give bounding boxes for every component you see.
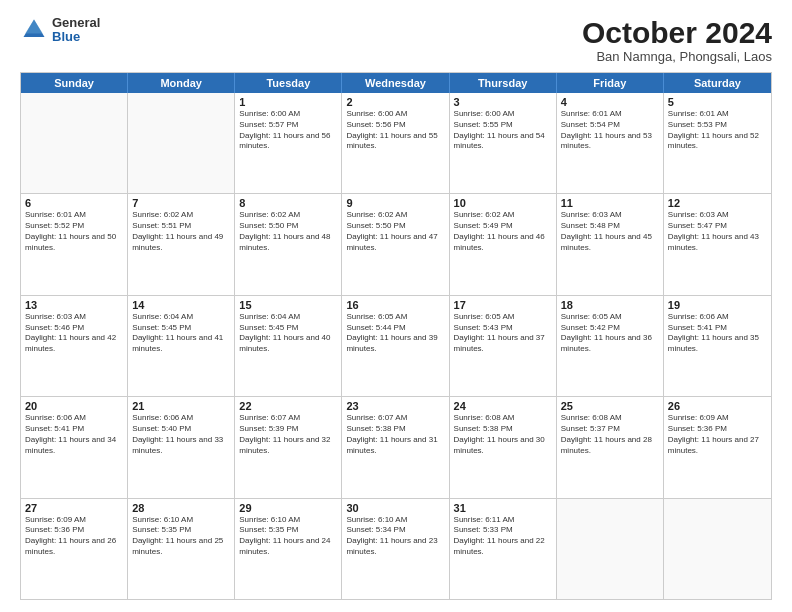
- calendar-body: 1Sunrise: 6:00 AM Sunset: 5:57 PM Daylig…: [21, 93, 771, 599]
- cal-cell: 8Sunrise: 6:02 AM Sunset: 5:50 PM Daylig…: [235, 194, 342, 294]
- header-day-friday: Friday: [557, 73, 664, 93]
- day-number: 4: [561, 96, 659, 108]
- cal-cell: 10Sunrise: 6:02 AM Sunset: 5:49 PM Dayli…: [450, 194, 557, 294]
- cell-info: Sunrise: 6:09 AM Sunset: 5:36 PM Dayligh…: [25, 515, 123, 558]
- cell-info: Sunrise: 6:05 AM Sunset: 5:42 PM Dayligh…: [561, 312, 659, 355]
- day-number: 25: [561, 400, 659, 412]
- day-number: 29: [239, 502, 337, 514]
- location: Ban Namnga, Phongsali, Laos: [582, 49, 772, 64]
- day-number: 14: [132, 299, 230, 311]
- cal-cell: 5Sunrise: 6:01 AM Sunset: 5:53 PM Daylig…: [664, 93, 771, 193]
- cal-cell: 21Sunrise: 6:06 AM Sunset: 5:40 PM Dayli…: [128, 397, 235, 497]
- cal-cell: 15Sunrise: 6:04 AM Sunset: 5:45 PM Dayli…: [235, 296, 342, 396]
- cell-info: Sunrise: 6:01 AM Sunset: 5:53 PM Dayligh…: [668, 109, 767, 152]
- logo-icon: [20, 16, 48, 44]
- cell-info: Sunrise: 6:07 AM Sunset: 5:39 PM Dayligh…: [239, 413, 337, 456]
- cell-info: Sunrise: 6:05 AM Sunset: 5:44 PM Dayligh…: [346, 312, 444, 355]
- day-number: 22: [239, 400, 337, 412]
- month-title: October 2024: [582, 16, 772, 49]
- cell-info: Sunrise: 6:10 AM Sunset: 5:34 PM Dayligh…: [346, 515, 444, 558]
- day-number: 19: [668, 299, 767, 311]
- cell-info: Sunrise: 6:01 AM Sunset: 5:52 PM Dayligh…: [25, 210, 123, 253]
- cal-cell: [557, 499, 664, 599]
- day-number: 21: [132, 400, 230, 412]
- cal-cell: 20Sunrise: 6:06 AM Sunset: 5:41 PM Dayli…: [21, 397, 128, 497]
- cell-info: Sunrise: 6:10 AM Sunset: 5:35 PM Dayligh…: [239, 515, 337, 558]
- calendar-header: SundayMondayTuesdayWednesdayThursdayFrid…: [21, 73, 771, 93]
- logo-general-label: General: [52, 16, 100, 30]
- cal-cell: 29Sunrise: 6:10 AM Sunset: 5:35 PM Dayli…: [235, 499, 342, 599]
- day-number: 8: [239, 197, 337, 209]
- cell-info: Sunrise: 6:04 AM Sunset: 5:45 PM Dayligh…: [132, 312, 230, 355]
- logo: General Blue: [20, 16, 100, 45]
- day-number: 11: [561, 197, 659, 209]
- cal-cell: 14Sunrise: 6:04 AM Sunset: 5:45 PM Dayli…: [128, 296, 235, 396]
- day-number: 3: [454, 96, 552, 108]
- week-row-2: 13Sunrise: 6:03 AM Sunset: 5:46 PM Dayli…: [21, 295, 771, 396]
- day-number: 1: [239, 96, 337, 108]
- cell-info: Sunrise: 6:06 AM Sunset: 5:41 PM Dayligh…: [668, 312, 767, 355]
- day-number: 5: [668, 96, 767, 108]
- cell-info: Sunrise: 6:03 AM Sunset: 5:48 PM Dayligh…: [561, 210, 659, 253]
- day-number: 28: [132, 502, 230, 514]
- cal-cell: 7Sunrise: 6:02 AM Sunset: 5:51 PM Daylig…: [128, 194, 235, 294]
- cell-info: Sunrise: 6:06 AM Sunset: 5:41 PM Dayligh…: [25, 413, 123, 456]
- cell-info: Sunrise: 6:08 AM Sunset: 5:37 PM Dayligh…: [561, 413, 659, 456]
- day-number: 7: [132, 197, 230, 209]
- header-day-wednesday: Wednesday: [342, 73, 449, 93]
- cal-cell: 23Sunrise: 6:07 AM Sunset: 5:38 PM Dayli…: [342, 397, 449, 497]
- header-day-saturday: Saturday: [664, 73, 771, 93]
- cal-cell: 16Sunrise: 6:05 AM Sunset: 5:44 PM Dayli…: [342, 296, 449, 396]
- cell-info: Sunrise: 6:02 AM Sunset: 5:50 PM Dayligh…: [346, 210, 444, 253]
- cal-cell: 3Sunrise: 6:00 AM Sunset: 5:55 PM Daylig…: [450, 93, 557, 193]
- day-number: 26: [668, 400, 767, 412]
- cal-cell: 4Sunrise: 6:01 AM Sunset: 5:54 PM Daylig…: [557, 93, 664, 193]
- cell-info: Sunrise: 6:02 AM Sunset: 5:50 PM Dayligh…: [239, 210, 337, 253]
- cal-cell: 13Sunrise: 6:03 AM Sunset: 5:46 PM Dayli…: [21, 296, 128, 396]
- cell-info: Sunrise: 6:10 AM Sunset: 5:35 PM Dayligh…: [132, 515, 230, 558]
- cal-cell: 30Sunrise: 6:10 AM Sunset: 5:34 PM Dayli…: [342, 499, 449, 599]
- day-number: 13: [25, 299, 123, 311]
- day-number: 6: [25, 197, 123, 209]
- day-number: 9: [346, 197, 444, 209]
- calendar: SundayMondayTuesdayWednesdayThursdayFrid…: [20, 72, 772, 600]
- cell-info: Sunrise: 6:00 AM Sunset: 5:56 PM Dayligh…: [346, 109, 444, 152]
- cell-info: Sunrise: 6:02 AM Sunset: 5:51 PM Dayligh…: [132, 210, 230, 253]
- header-day-monday: Monday: [128, 73, 235, 93]
- cal-cell: 27Sunrise: 6:09 AM Sunset: 5:36 PM Dayli…: [21, 499, 128, 599]
- cell-info: Sunrise: 6:00 AM Sunset: 5:57 PM Dayligh…: [239, 109, 337, 152]
- cell-info: Sunrise: 6:03 AM Sunset: 5:46 PM Dayligh…: [25, 312, 123, 355]
- day-number: 30: [346, 502, 444, 514]
- cell-info: Sunrise: 6:04 AM Sunset: 5:45 PM Dayligh…: [239, 312, 337, 355]
- cal-cell: 31Sunrise: 6:11 AM Sunset: 5:33 PM Dayli…: [450, 499, 557, 599]
- day-number: 31: [454, 502, 552, 514]
- cal-cell: [21, 93, 128, 193]
- day-number: 16: [346, 299, 444, 311]
- week-row-3: 20Sunrise: 6:06 AM Sunset: 5:41 PM Dayli…: [21, 396, 771, 497]
- cell-info: Sunrise: 6:11 AM Sunset: 5:33 PM Dayligh…: [454, 515, 552, 558]
- cell-info: Sunrise: 6:07 AM Sunset: 5:38 PM Dayligh…: [346, 413, 444, 456]
- cal-cell: 28Sunrise: 6:10 AM Sunset: 5:35 PM Dayli…: [128, 499, 235, 599]
- cal-cell: 26Sunrise: 6:09 AM Sunset: 5:36 PM Dayli…: [664, 397, 771, 497]
- cell-info: Sunrise: 6:01 AM Sunset: 5:54 PM Dayligh…: [561, 109, 659, 152]
- logo-blue-label: Blue: [52, 30, 100, 44]
- cal-cell: [128, 93, 235, 193]
- header-day-sunday: Sunday: [21, 73, 128, 93]
- cell-info: Sunrise: 6:08 AM Sunset: 5:38 PM Dayligh…: [454, 413, 552, 456]
- svg-marker-1: [25, 20, 43, 34]
- cell-info: Sunrise: 6:02 AM Sunset: 5:49 PM Dayligh…: [454, 210, 552, 253]
- week-row-1: 6Sunrise: 6:01 AM Sunset: 5:52 PM Daylig…: [21, 193, 771, 294]
- cal-cell: 24Sunrise: 6:08 AM Sunset: 5:38 PM Dayli…: [450, 397, 557, 497]
- page: General Blue October 2024 Ban Namnga, Ph…: [0, 0, 792, 612]
- cal-cell: 2Sunrise: 6:00 AM Sunset: 5:56 PM Daylig…: [342, 93, 449, 193]
- cell-info: Sunrise: 6:06 AM Sunset: 5:40 PM Dayligh…: [132, 413, 230, 456]
- week-row-4: 27Sunrise: 6:09 AM Sunset: 5:36 PM Dayli…: [21, 498, 771, 599]
- day-number: 18: [561, 299, 659, 311]
- logo-text: General Blue: [52, 16, 100, 45]
- title-block: October 2024 Ban Namnga, Phongsali, Laos: [582, 16, 772, 64]
- cell-info: Sunrise: 6:03 AM Sunset: 5:47 PM Dayligh…: [668, 210, 767, 253]
- cal-cell: 12Sunrise: 6:03 AM Sunset: 5:47 PM Dayli…: [664, 194, 771, 294]
- header-day-tuesday: Tuesday: [235, 73, 342, 93]
- day-number: 17: [454, 299, 552, 311]
- day-number: 2: [346, 96, 444, 108]
